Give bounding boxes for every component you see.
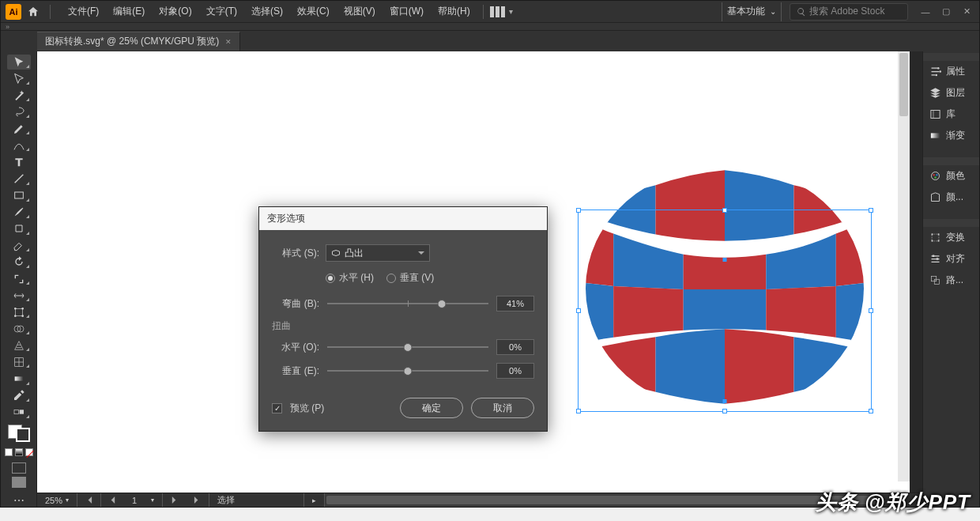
menu-item[interactable]: 视图(V)	[337, 2, 382, 21]
workspace-picker[interactable]: 基本功能	[722, 2, 782, 21]
type-tool-icon[interactable]	[7, 154, 31, 169]
panel-transform[interactable]: 变换	[923, 227, 979, 248]
dock-handle[interactable]	[1, 23, 979, 31]
perspective-tool-icon[interactable]	[7, 338, 31, 353]
shape-builder-tool-icon[interactable]	[7, 321, 31, 336]
menu-item[interactable]: 文字(T)	[200, 2, 243, 21]
svg-point-20	[936, 174, 938, 176]
line-tool-icon[interactable]	[7, 172, 31, 187]
tab-close-icon[interactable]: ✕	[225, 38, 232, 46]
cancel-button[interactable]: 取消	[471, 398, 534, 418]
eyedropper-tool-icon[interactable]	[7, 388, 31, 403]
edit-toolbar-icon[interactable]: ⋯	[13, 494, 24, 507]
svg-rect-25	[932, 240, 933, 242]
screen-mode-icons[interactable]	[12, 462, 26, 488]
panel-color[interactable]: 颜色	[923, 165, 979, 187]
menu-item[interactable]: 窗口(W)	[383, 2, 430, 21]
scale-tool-icon[interactable]	[7, 271, 31, 286]
menu-item[interactable]: 文件(F)	[62, 2, 105, 21]
svg-rect-22	[932, 234, 939, 241]
prev-icon[interactable]	[101, 493, 124, 507]
rotate-tool-icon[interactable]	[7, 255, 31, 270]
menubar: Ai 文件(F)编辑(E)对象(O)文字(T)选择(S)效果(C)视图(V)窗口…	[1, 1, 979, 23]
menu-item[interactable]: 选择(S)	[245, 2, 289, 21]
magic-wand-tool-icon[interactable]	[7, 88, 31, 103]
eraser-tool-icon[interactable]	[7, 238, 31, 253]
width-tool-icon[interactable]	[7, 288, 31, 303]
panel-properties[interactable]: 属性	[923, 61, 979, 82]
svg-point-14	[940, 70, 942, 73]
warp-options-dialog: 变形选项 样式 (S): 凸出 水平 (H) 垂直 (V)	[258, 206, 548, 432]
orientation-horizontal-radio[interactable]: 水平 (H)	[326, 271, 374, 285]
close-icon[interactable]: ✕	[959, 6, 974, 18]
artboard[interactable]: 变形选项 样式 (S): 凸出 水平 (H) 垂直 (V)	[37, 51, 910, 493]
current-tool-label[interactable]: 选择	[209, 493, 304, 507]
blend-tool-icon[interactable]	[7, 405, 31, 420]
vertical-distort-slider[interactable]	[327, 365, 488, 376]
svg-point-19	[933, 174, 935, 176]
panel-libraries[interactable]: 库	[923, 104, 979, 125]
warp-style-select[interactable]: 凸出	[326, 244, 430, 262]
panel-pathfinder[interactable]: 路...	[923, 270, 979, 291]
next-artboard-icon[interactable]	[186, 493, 209, 507]
next-icon[interactable]	[163, 493, 186, 507]
panel-color-guide[interactable]: 颜...	[923, 187, 979, 208]
distortion-label: 扭曲	[272, 319, 534, 333]
vertical-scrollbar[interactable]	[898, 51, 910, 481]
orientation-vertical-radio[interactable]: 垂直 (V)	[386, 271, 434, 285]
maximize-icon[interactable]: ▢	[938, 6, 954, 18]
pen-tool-icon[interactable]	[7, 121, 31, 136]
menu-item[interactable]: 效果(C)	[291, 2, 336, 21]
panel-layers[interactable]: 图层	[923, 82, 979, 104]
svg-rect-27	[933, 255, 935, 258]
prev-artboard-icon[interactable]	[77, 493, 101, 507]
artboard-number[interactable]: 1▾	[124, 493, 163, 507]
zoom-level[interactable]: 25%▾	[37, 493, 77, 507]
preview-checkbox[interactable]: ✓	[272, 403, 282, 413]
color-swatch[interactable]	[8, 425, 30, 442]
menu-item[interactable]: 编辑(E)	[107, 2, 151, 21]
dialog-title[interactable]: 变形选项	[259, 207, 547, 230]
minimize-icon[interactable]: —	[918, 6, 933, 18]
free-transform-tool-icon[interactable]	[7, 304, 31, 319]
svg-rect-16	[931, 111, 940, 119]
mesh-tool-icon[interactable]	[7, 354, 31, 369]
svg-rect-29	[932, 277, 937, 281]
rectangle-tool-icon[interactable]	[7, 188, 31, 203]
gradient-tool-icon[interactable]	[7, 371, 31, 386]
svg-rect-30	[934, 279, 939, 284]
horizontal-distort-value[interactable]: 0%	[496, 339, 534, 355]
document-tabs: 图标转换.svg* @ 25% (CMYK/GPU 预览) ✕	[1, 31, 979, 51]
shaper-tool-icon[interactable]	[7, 221, 31, 236]
bend-value[interactable]: 41%	[496, 296, 534, 311]
horizontal-distort-slider[interactable]	[327, 342, 488, 353]
home-icon[interactable]	[23, 4, 43, 20]
horizontal-distort-label: 水平 (O):	[272, 341, 319, 354]
document-tab[interactable]: 图标转换.svg* @ 25% (CMYK/GPU 预览) ✕	[37, 32, 240, 51]
curvature-tool-icon[interactable]	[7, 138, 31, 153]
svg-rect-17	[931, 133, 940, 138]
bend-slider[interactable]	[327, 298, 488, 309]
svg-rect-24	[938, 234, 940, 236]
ok-button[interactable]: 确定	[400, 398, 463, 418]
menu-item[interactable]: 对象(O)	[153, 2, 198, 21]
paintbrush-tool-icon[interactable]	[7, 205, 31, 220]
svg-rect-23	[932, 234, 933, 236]
layout-toggle-icon[interactable]	[490, 6, 506, 17]
selection-bounding-box[interactable]	[578, 210, 872, 412]
vertical-distort-value[interactable]: 0%	[496, 363, 534, 379]
color-mode-icons[interactable]	[5, 448, 33, 456]
svg-point-5	[21, 315, 24, 317]
panel-gradient[interactable]: 渐变	[923, 125, 979, 146]
panel-align[interactable]: 对齐	[923, 248, 979, 270]
menu-item[interactable]: 帮助(H)	[432, 2, 477, 21]
horizontal-scrollbar[interactable]	[324, 493, 877, 507]
style-label: 样式 (S):	[272, 247, 319, 260]
lasso-tool-icon[interactable]	[7, 104, 31, 119]
svg-rect-28	[937, 258, 939, 260]
direct-selection-tool-icon[interactable]	[7, 71, 31, 86]
svg-rect-9	[14, 376, 23, 380]
search-stock-input[interactable]: 搜索 Adobe Stock	[790, 3, 908, 21]
selection-tool-icon[interactable]	[7, 55, 31, 70]
canvas-area: 变形选项 样式 (S): 凸出 水平 (H) 垂直 (V)	[37, 51, 922, 507]
